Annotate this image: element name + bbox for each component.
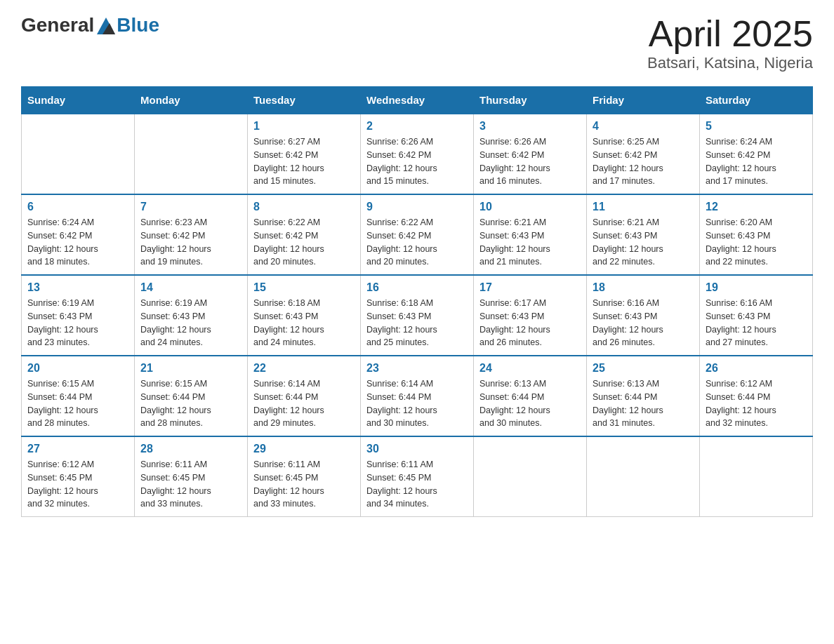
calendar-cell-4-0: 27Sunrise: 6:12 AMSunset: 6:45 PMDayligh… [22,436,135,517]
week-row-4: 27Sunrise: 6:12 AMSunset: 6:45 PMDayligh… [22,436,813,517]
logo-general: General [21,14,94,36]
day-number-16: 16 [366,281,468,294]
calendar-cell-2-0: 13Sunrise: 6:19 AMSunset: 6:43 PMDayligh… [22,275,135,356]
day-number-2: 2 [366,120,468,133]
day-number-28: 28 [140,443,241,455]
calendar-cell-2-4: 17Sunrise: 6:17 AMSunset: 6:43 PMDayligh… [474,275,587,356]
calendar-cell-0-3: 2Sunrise: 6:26 AMSunset: 6:42 PMDaylight… [361,114,474,194]
week-row-1: 6Sunrise: 6:24 AMSunset: 6:42 PMDaylight… [22,194,813,275]
day-number-24: 24 [479,362,581,375]
day-number-26: 26 [706,362,807,375]
day-info-24: Sunrise: 6:13 AMSunset: 6:44 PMDaylight:… [479,377,581,430]
calendar-cell-2-1: 14Sunrise: 6:19 AMSunset: 6:43 PMDayligh… [135,275,248,356]
day-info-20: Sunrise: 6:15 AMSunset: 6:44 PMDaylight:… [27,377,128,430]
calendar-cell-4-5 [587,436,700,517]
day-info-21: Sunrise: 6:15 AMSunset: 6:44 PMDaylight:… [140,377,241,430]
calendar-cell-0-4: 3Sunrise: 6:26 AMSunset: 6:42 PMDaylight… [474,114,587,194]
day-number-6: 6 [27,201,128,213]
calendar-cell-0-6: 5Sunrise: 6:24 AMSunset: 6:42 PMDaylight… [700,114,813,194]
day-info-29: Sunrise: 6:11 AMSunset: 6:45 PMDaylight:… [253,458,355,511]
calendar-cell-3-5: 25Sunrise: 6:13 AMSunset: 6:44 PMDayligh… [587,356,700,436]
day-info-10: Sunrise: 6:21 AMSunset: 6:43 PMDaylight:… [479,216,581,269]
weekday-header-row: Sunday Monday Tuesday Wednesday Thursday… [22,87,813,114]
day-number-19: 19 [706,281,807,294]
day-info-28: Sunrise: 6:11 AMSunset: 6:45 PMDaylight:… [140,458,241,511]
day-info-16: Sunrise: 6:18 AMSunset: 6:43 PMDaylight:… [366,297,468,349]
day-info-8: Sunrise: 6:22 AMSunset: 6:42 PMDaylight:… [253,216,355,269]
calendar-cell-1-4: 10Sunrise: 6:21 AMSunset: 6:43 PMDayligh… [474,194,587,275]
logo-blue: Blue [117,14,159,36]
calendar-cell-2-6: 19Sunrise: 6:16 AMSunset: 6:43 PMDayligh… [700,275,813,356]
logo[interactable]: General Blue [21,14,159,36]
calendar-cell-3-1: 21Sunrise: 6:15 AMSunset: 6:44 PMDayligh… [135,356,248,436]
calendar-cell-1-5: 11Sunrise: 6:21 AMSunset: 6:43 PMDayligh… [587,194,700,275]
header-saturday: Saturday [700,87,813,114]
header-friday: Friday [587,87,700,114]
calendar-cell-3-2: 22Sunrise: 6:14 AMSunset: 6:44 PMDayligh… [248,356,361,436]
calendar-cell-1-0: 6Sunrise: 6:24 AMSunset: 6:42 PMDaylight… [22,194,135,275]
day-number-1: 1 [253,120,355,133]
calendar-cell-1-2: 8Sunrise: 6:22 AMSunset: 6:42 PMDaylight… [248,194,361,275]
day-number-7: 7 [140,201,241,213]
day-info-6: Sunrise: 6:24 AMSunset: 6:42 PMDaylight:… [27,216,128,269]
day-info-27: Sunrise: 6:12 AMSunset: 6:45 PMDaylight:… [27,458,128,511]
day-number-13: 13 [27,281,128,294]
day-info-17: Sunrise: 6:17 AMSunset: 6:43 PMDaylight:… [479,297,581,349]
calendar-cell-0-0 [22,114,135,194]
day-number-25: 25 [593,362,694,375]
header-tuesday: Tuesday [248,87,361,114]
calendar-cell-0-5: 4Sunrise: 6:25 AMSunset: 6:42 PMDaylight… [587,114,700,194]
day-info-1: Sunrise: 6:27 AMSunset: 6:42 PMDaylight:… [253,135,355,188]
day-info-22: Sunrise: 6:14 AMSunset: 6:44 PMDaylight:… [253,377,355,430]
day-info-4: Sunrise: 6:25 AMSunset: 6:42 PMDaylight:… [593,135,694,188]
calendar-cell-3-6: 26Sunrise: 6:12 AMSunset: 6:44 PMDayligh… [700,356,813,436]
calendar-cell-2-2: 15Sunrise: 6:18 AMSunset: 6:43 PMDayligh… [248,275,361,356]
calendar-cell-4-4 [474,436,587,517]
calendar-cell-1-3: 9Sunrise: 6:22 AMSunset: 6:42 PMDaylight… [361,194,474,275]
header-thursday: Thursday [474,87,587,114]
day-info-13: Sunrise: 6:19 AMSunset: 6:43 PMDaylight:… [27,297,128,349]
day-number-11: 11 [593,201,694,213]
logo-icon [95,15,117,36]
day-info-12: Sunrise: 6:20 AMSunset: 6:43 PMDaylight:… [706,216,807,269]
day-info-11: Sunrise: 6:21 AMSunset: 6:43 PMDaylight:… [593,216,694,269]
day-number-30: 30 [366,443,468,455]
day-number-4: 4 [593,120,694,133]
day-info-5: Sunrise: 6:24 AMSunset: 6:42 PMDaylight:… [706,135,807,188]
week-row-3: 20Sunrise: 6:15 AMSunset: 6:44 PMDayligh… [22,356,813,436]
day-number-10: 10 [479,201,581,213]
calendar-cell-2-5: 18Sunrise: 6:16 AMSunset: 6:43 PMDayligh… [587,275,700,356]
day-number-17: 17 [479,281,581,294]
day-info-15: Sunrise: 6:18 AMSunset: 6:43 PMDaylight:… [253,297,355,349]
day-number-8: 8 [253,201,355,213]
day-info-3: Sunrise: 6:26 AMSunset: 6:42 PMDaylight:… [479,135,581,188]
day-number-20: 20 [27,362,128,375]
day-info-25: Sunrise: 6:13 AMSunset: 6:44 PMDaylight:… [593,377,694,430]
day-number-29: 29 [253,443,355,455]
day-info-9: Sunrise: 6:22 AMSunset: 6:42 PMDaylight:… [366,216,468,269]
day-number-14: 14 [140,281,241,294]
day-number-27: 27 [27,443,128,455]
calendar-cell-4-3: 30Sunrise: 6:11 AMSunset: 6:45 PMDayligh… [361,436,474,517]
header-sunday: Sunday [22,87,135,114]
week-row-2: 13Sunrise: 6:19 AMSunset: 6:43 PMDayligh… [22,275,813,356]
calendar-cell-2-3: 16Sunrise: 6:18 AMSunset: 6:43 PMDayligh… [361,275,474,356]
day-info-19: Sunrise: 6:16 AMSunset: 6:43 PMDaylight:… [706,297,807,349]
day-number-12: 12 [706,201,807,213]
calendar-cell-3-4: 24Sunrise: 6:13 AMSunset: 6:44 PMDayligh… [474,356,587,436]
calendar-subtitle: Batsari, Katsina, Nigeria [647,54,813,72]
day-number-22: 22 [253,362,355,375]
calendar-cell-4-2: 29Sunrise: 6:11 AMSunset: 6:45 PMDayligh… [248,436,361,517]
page-header: General Blue April 2025 Batsari, Katsina… [21,14,813,72]
calendar-cell-1-1: 7Sunrise: 6:23 AMSunset: 6:42 PMDaylight… [135,194,248,275]
day-info-26: Sunrise: 6:12 AMSunset: 6:44 PMDaylight:… [706,377,807,430]
calendar-title: April 2025 [647,14,813,54]
calendar-cell-3-3: 23Sunrise: 6:14 AMSunset: 6:44 PMDayligh… [361,356,474,436]
header-wednesday: Wednesday [361,87,474,114]
calendar-cell-0-2: 1Sunrise: 6:27 AMSunset: 6:42 PMDaylight… [248,114,361,194]
day-number-5: 5 [706,120,807,133]
day-info-2: Sunrise: 6:26 AMSunset: 6:42 PMDaylight:… [366,135,468,188]
calendar-cell-0-1 [135,114,248,194]
day-number-23: 23 [366,362,468,375]
week-row-0: 1Sunrise: 6:27 AMSunset: 6:42 PMDaylight… [22,114,813,194]
